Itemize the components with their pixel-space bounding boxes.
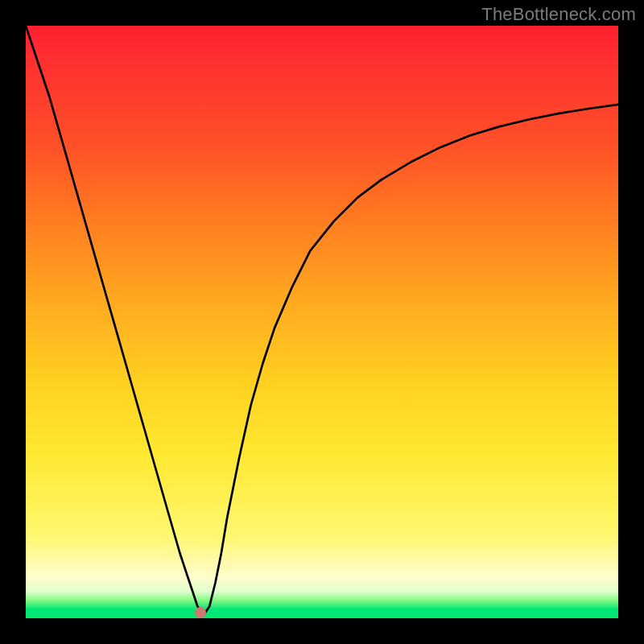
minimum-marker-dot [195,607,206,618]
attribution-text: TheBottleneck.com [481,4,636,25]
bottleneck-curve [26,26,618,618]
plot-area [26,26,618,618]
chart-frame: TheBottleneck.com [0,0,644,644]
